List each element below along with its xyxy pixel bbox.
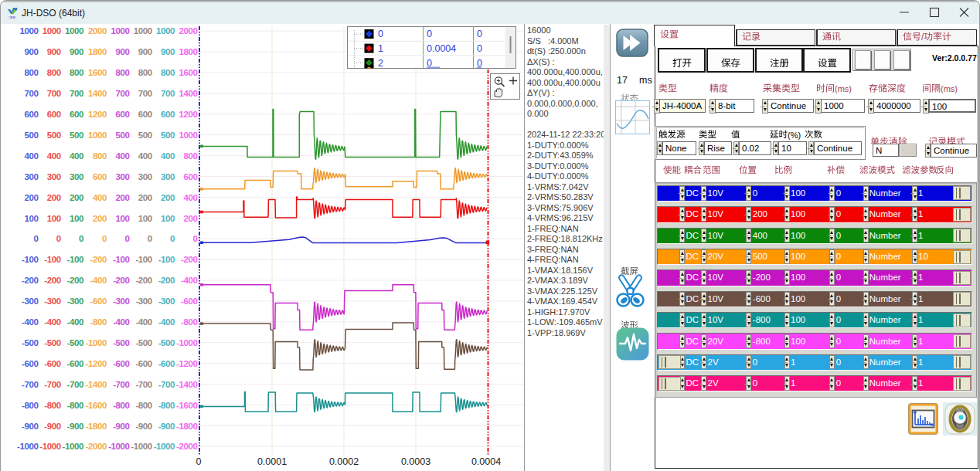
svg-text:0: 0 — [79, 234, 83, 243]
svg-text:-700: -700 — [22, 380, 38, 389]
svg-text:-400: -400 — [181, 276, 197, 285]
svg-text:-400: -400 — [22, 317, 38, 327]
svg-text:-500: -500 — [44, 338, 60, 347]
svg-text:1800: 1800 — [179, 47, 198, 56]
svg-text:500: 500 — [116, 130, 130, 140]
svg-text:400: 400 — [116, 151, 130, 161]
svg-text:-200: -200 — [22, 276, 38, 285]
svg-text:0: 0 — [170, 234, 175, 243]
svg-text:300: 300 — [116, 172, 130, 181]
svg-text:-1000: -1000 — [63, 442, 83, 451]
svg-text:1000: 1000 — [43, 26, 61, 36]
svg-text:-1400: -1400 — [176, 380, 197, 389]
svg-text:0: 0 — [34, 234, 39, 243]
svg-text:700: 700 — [138, 89, 152, 98]
svg-text:100: 100 — [70, 214, 83, 223]
svg-text:-100: -100 — [135, 255, 151, 264]
svg-text:900: 900 — [70, 47, 83, 56]
svg-text:-600: -600 — [67, 359, 83, 368]
svg-text:-1000: -1000 — [39, 442, 60, 451]
svg-text:-100: -100 — [158, 255, 175, 264]
svg-text:0: 0 — [477, 29, 482, 39]
svg-text:-400: -400 — [135, 317, 151, 327]
svg-text:2000: 2000 — [179, 26, 198, 36]
svg-text:-700: -700 — [135, 380, 151, 389]
svg-text:-600: -600 — [90, 296, 106, 306]
svg-text:600: 600 — [93, 172, 107, 181]
svg-text:-600: -600 — [44, 359, 60, 368]
svg-text:-1000: -1000 — [17, 442, 38, 451]
svg-text:-700: -700 — [113, 380, 129, 389]
svg-text:300: 300 — [70, 172, 83, 181]
svg-text:600: 600 — [116, 110, 130, 119]
svg-text:0: 0 — [148, 234, 152, 243]
svg-text:-800: -800 — [113, 401, 129, 410]
svg-text:-600: -600 — [22, 359, 38, 368]
svg-text:700: 700 — [70, 89, 83, 98]
svg-text:-600: -600 — [135, 359, 151, 368]
svg-text:-1000: -1000 — [176, 338, 197, 347]
svg-text:1000: 1000 — [156, 26, 175, 36]
svg-text:-1000: -1000 — [154, 442, 175, 451]
svg-text:-900: -900 — [22, 422, 38, 431]
svg-text:600: 600 — [47, 110, 61, 119]
svg-text:-200: -200 — [90, 255, 106, 264]
svg-text:-800: -800 — [181, 317, 197, 327]
svg-text:600: 600 — [70, 110, 83, 119]
svg-text:1000: 1000 — [134, 26, 152, 36]
svg-text:-100: -100 — [113, 255, 129, 264]
svg-text:0: 0 — [102, 234, 107, 243]
svg-text:700: 700 — [161, 89, 175, 98]
svg-text:2000: 2000 — [88, 26, 107, 36]
svg-text:1600: 1600 — [88, 68, 107, 77]
svg-text:-1000: -1000 — [108, 442, 129, 451]
svg-text:800: 800 — [70, 68, 83, 77]
svg-text:100: 100 — [138, 214, 152, 223]
svg-text:400: 400 — [25, 151, 39, 161]
svg-text:900: 900 — [116, 47, 130, 56]
svg-text:300: 300 — [47, 172, 61, 181]
svg-text:-400: -400 — [90, 276, 106, 285]
svg-text:500: 500 — [47, 130, 61, 140]
svg-text:-500: -500 — [67, 338, 83, 347]
svg-text:1: 1 — [378, 43, 383, 54]
svg-text:400: 400 — [70, 151, 83, 161]
svg-text:-200: -200 — [135, 276, 151, 285]
svg-text:1000: 1000 — [20, 26, 39, 36]
svg-text:-600: -600 — [181, 296, 197, 306]
svg-text:1000: 1000 — [179, 130, 198, 140]
svg-text:1000: 1000 — [111, 26, 130, 36]
svg-text:2: 2 — [378, 58, 383, 69]
svg-text:700: 700 — [116, 89, 130, 98]
svg-text:200: 200 — [25, 193, 39, 202]
svg-text:400: 400 — [184, 193, 198, 202]
svg-text:200: 200 — [93, 214, 107, 223]
svg-text:-300: -300 — [22, 296, 38, 306]
svg-text:700: 700 — [25, 89, 39, 98]
svg-text:900: 900 — [138, 47, 152, 56]
svg-text:-200: -200 — [44, 276, 60, 285]
svg-text:-1600: -1600 — [176, 401, 197, 410]
svg-text:-500: -500 — [22, 338, 38, 347]
svg-text:1400: 1400 — [179, 89, 198, 98]
svg-text:300: 300 — [25, 172, 39, 181]
svg-text:-1600: -1600 — [85, 401, 106, 410]
svg-text:0: 0 — [193, 234, 198, 243]
svg-text:-1000: -1000 — [131, 442, 151, 451]
svg-text:-300: -300 — [135, 296, 151, 306]
svg-text:-1200: -1200 — [176, 359, 197, 368]
svg-text:-400: -400 — [113, 317, 129, 327]
svg-text:900: 900 — [25, 47, 39, 56]
svg-text:-500: -500 — [135, 338, 151, 347]
svg-text:300: 300 — [138, 172, 152, 181]
svg-text:-200: -200 — [158, 276, 175, 285]
svg-text:-400: -400 — [158, 317, 175, 327]
svg-text:-400: -400 — [44, 317, 60, 327]
svg-text:1000: 1000 — [88, 130, 107, 140]
svg-text:900: 900 — [47, 47, 61, 56]
svg-text:100: 100 — [116, 214, 130, 223]
svg-text:800: 800 — [138, 68, 152, 77]
svg-text:800: 800 — [161, 68, 175, 77]
svg-text:-600: -600 — [113, 359, 129, 368]
svg-text:600: 600 — [138, 110, 152, 119]
